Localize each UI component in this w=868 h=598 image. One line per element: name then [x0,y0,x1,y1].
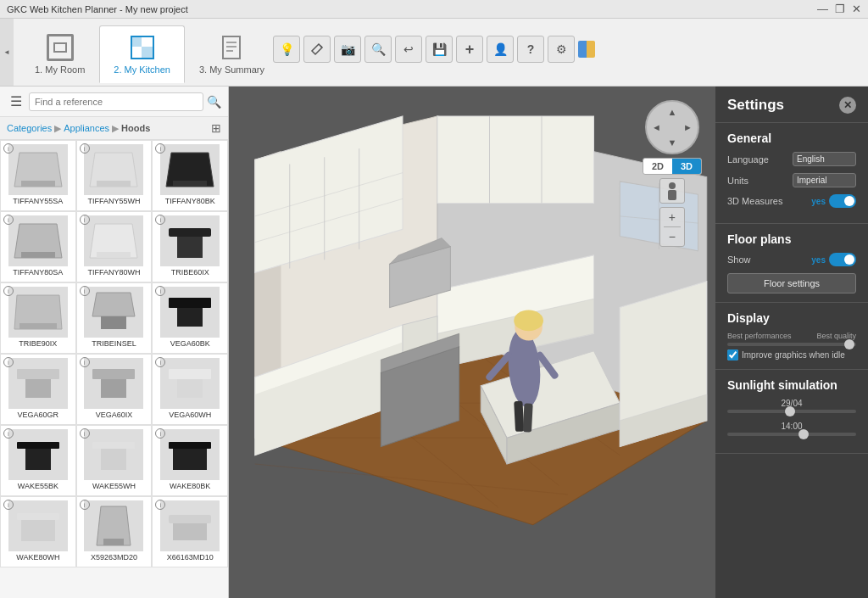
list-item[interactable]: i TIFFANY80BK [152,140,228,211]
info-icon[interactable]: i [80,500,90,510]
product-name: TIFFANY55WH [87,197,140,205]
svg-rect-27 [25,379,51,398]
info-icon[interactable]: i [3,215,14,225]
svg-rect-2 [142,47,153,59]
undo-btn[interactable]: ↩ [395,36,422,63]
tool-btn[interactable] [303,36,331,63]
info-icon[interactable]: i [3,500,14,510]
list-item[interactable]: i WAKE55WH [76,425,153,496]
hamburger-menu[interactable]: ☰ [7,92,25,111]
info-icon[interactable]: i [3,286,14,296]
tab-kitchen[interactable]: 2. My Kitchen [99,25,185,83]
collapse-btn[interactable]: ◄ [0,19,14,86]
list-item[interactable]: i VEGA60IX [76,354,153,425]
show-toggle[interactable]: yes [811,253,856,266]
list-item[interactable]: i VEGA60GR [0,354,76,425]
list-item[interactable]: i VEGA60WH [152,354,228,425]
zoom-out-btn[interactable]: − [660,227,684,246]
list-item[interactable]: i TRIBEINSEL [76,282,153,354]
help-btn[interactable]: ? [517,36,544,63]
nav-up-arrow[interactable]: ▲ [667,107,676,117]
zoom-in-btn[interactable]: + [660,208,684,226]
nav-left-arrow[interactable]: ◄ [652,122,661,132]
general-title: General [727,131,856,145]
list-item[interactable]: i VEGA60BK [152,282,228,354]
improve-graphics-checkbox[interactable] [727,349,738,360]
settings-close-btn[interactable]: ✕ [839,97,856,114]
list-item[interactable]: i TRIBE90IX [0,282,76,354]
list-item[interactable]: i X66163MD10 [152,496,228,567]
info-icon[interactable]: i [80,215,90,225]
info-icon[interactable]: i [80,357,90,367]
product-name: TIFFANY80SA [13,268,63,277]
product-name: X66163MD10 [167,553,214,562]
sunlight-time-thumb[interactable] [798,429,809,439]
list-item[interactable]: i X59263MD20 [76,496,153,567]
product-image [160,500,220,551]
view-toggle-btn[interactable]: ⊞ [211,121,221,135]
measures-toggle[interactable]: yes [811,194,856,208]
list-item[interactable]: i WAKE80BK [152,425,228,496]
floor-settings-btn[interactable]: Floor settings [727,273,856,293]
settings-btn[interactable]: ⚙ [548,36,575,63]
settings-general: General Language English French Spanish … [715,123,868,224]
list-item[interactable]: i WAKE55BK [0,425,76,496]
svg-rect-15 [21,252,55,258]
view-2d-btn[interactable]: 2D [643,159,672,174]
save-btn[interactable]: 💾 [426,36,453,63]
info-icon[interactable]: i [80,143,90,154]
breadcrumb-appliances[interactable]: Appliances [64,123,109,133]
display-slider-thumb[interactable] [844,339,854,349]
language-label: Language [727,154,769,165]
breadcrumb-categories[interactable]: Categories [7,123,52,133]
sunlight-date-slider[interactable] [727,410,856,413]
view-controls: ▲ ◄ ► ▼ 2D 3D + − [643,100,702,247]
nav-right-arrow[interactable]: ► [683,122,693,132]
product-image [84,144,143,195]
nav-down-arrow[interactable]: ▼ [667,137,676,148]
search-button[interactable]: 🔍 [207,95,221,109]
search-input[interactable] [29,92,203,111]
measures-toggle-pill[interactable] [829,194,856,208]
list-item[interactable]: i TIFFANY55WH [76,140,153,211]
light-btn[interactable]: 💡 [273,36,300,63]
close-btn[interactable]: ✕ [852,3,861,15]
theme-btn[interactable] [578,41,595,58]
list-item[interactable]: i TRIBE60IX [152,211,228,282]
info-icon[interactable]: i [3,428,14,439]
tab-room[interactable]: 1. My Room [20,25,99,83]
units-dropdown[interactable]: Imperial Metric [793,173,856,187]
window-controls[interactable]: — ❐ ✕ [817,3,861,15]
info-icon[interactable]: i [80,428,90,439]
svg-rect-23 [101,316,126,329]
list-item[interactable]: i TIFFANY55SA [0,140,76,211]
magnify-btn[interactable]: 🔍 [364,36,392,63]
settings-panel: Settings ✕ General Language English Fren… [715,87,868,598]
view-3d-btn[interactable]: 3D [672,159,701,174]
sunlight-date-thumb[interactable] [785,406,795,416]
nav-circle[interactable]: ▲ ◄ ► ▼ [645,100,699,154]
info-icon[interactable]: i [3,357,14,367]
person-view-btn[interactable] [659,178,685,204]
list-item[interactable]: i TIFFANY80WH [76,211,153,282]
tab-summary[interactable]: 3. My Summary [185,25,279,83]
svg-rect-29 [101,379,126,398]
add-btn[interactable]: + [456,36,483,63]
info-icon[interactable]: i [3,143,14,154]
list-item[interactable]: i WAKE80WH [0,496,76,567]
maximize-btn[interactable]: ❐ [835,3,845,15]
language-dropdown[interactable]: English French Spanish [793,152,856,166]
person-btn[interactable]: 👤 [487,36,514,63]
sunlight-time-slider[interactable] [727,433,856,436]
zoom-controls: + − [659,207,685,247]
display-slider[interactable] [727,343,856,346]
info-icon[interactable]: i [80,286,90,296]
show-toggle-pill[interactable] [829,253,856,266]
camera-btn[interactable]: 📷 [334,36,361,63]
minimize-btn[interactable]: — [817,3,828,15]
view-mode-toggle[interactable]: 2D 3D [643,158,702,175]
viewport[interactable]: ▲ ◄ ► ▼ 2D 3D + − [229,87,715,598]
product-name: WAKE80BK [170,482,210,490]
svg-rect-28 [92,369,135,379]
list-item[interactable]: i TIFFANY80SA [0,211,76,282]
